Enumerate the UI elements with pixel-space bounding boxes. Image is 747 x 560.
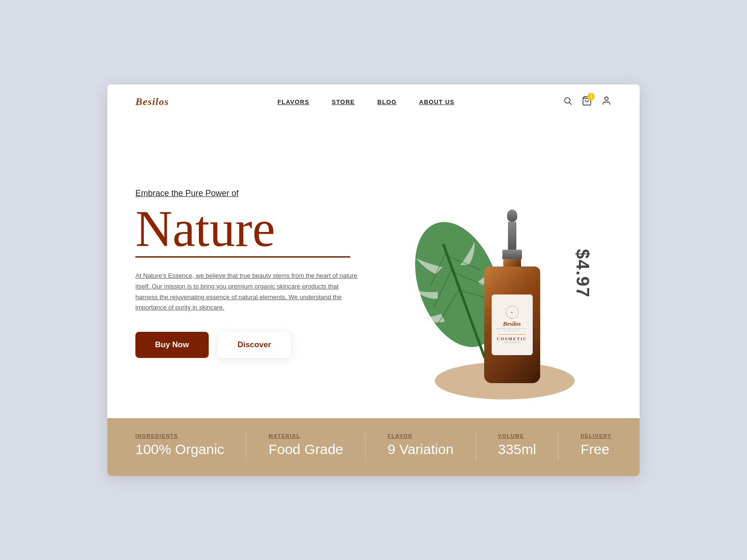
hero-description: At Nature's Essence, we believe that tru… — [135, 271, 359, 314]
stat-volume-value: 335ml — [498, 441, 536, 457]
stat-material-value: Food Grade — [268, 441, 343, 457]
bottle-rubber-top — [507, 210, 517, 222]
stat-flavor-value: 9 Variation — [388, 441, 453, 457]
stat-delivery-value: Free — [580, 441, 612, 457]
stats-bar: INGREDIENTS 100% Organic MATERIAL Food G… — [107, 418, 640, 476]
nav-item-about[interactable]: ABOUT US — [419, 98, 455, 106]
nav-item-blog[interactable]: BLOG — [377, 98, 397, 106]
stat-ingredients-value: 100% Organic — [135, 441, 224, 457]
navbar: Besilos FLAVORS STORE BLOG ABOUT US — [107, 84, 640, 119]
user-icon[interactable] — [601, 96, 612, 108]
bottle-logo-letter: B — [511, 311, 513, 314]
nav-icons: 2 — [563, 96, 612, 108]
svg-point-0 — [564, 98, 570, 103]
stat-divider-2 — [365, 433, 366, 461]
bottle-neck — [503, 259, 521, 266]
stat-flavor: FLAVOR 9 Variation — [388, 433, 453, 457]
discover-button[interactable]: Discover — [218, 332, 291, 358]
bottle-label: B Besilos PREMIUM COSMETIC 11 0376 02 CO… — [492, 294, 533, 355]
stat-material: MATERIAL Food Grade — [268, 433, 343, 457]
bottle-label-desc: BLEND MOCKIT — [504, 341, 520, 343]
stat-delivery: DELIVERY Free — [580, 433, 612, 457]
nav-links: FLAVORS STORE BLOG ABOUT US — [277, 98, 454, 106]
stat-delivery-label: DELIVERY — [580, 433, 612, 439]
nav-link-store[interactable]: STORE — [331, 98, 355, 105]
nav-link-flavors[interactable]: FLAVORS — [277, 98, 309, 105]
buy-now-button[interactable]: Buy Now — [135, 332, 209, 358]
stat-flavor-label: FLAVOR — [388, 433, 453, 439]
nav-item-flavors[interactable]: FLAVORS — [277, 98, 309, 106]
stat-material-label: MATERIAL — [268, 433, 343, 439]
bottle-label-divider — [498, 334, 526, 335]
cart-badge: 2 — [587, 93, 595, 100]
brand-logo[interactable]: Besilos — [135, 96, 169, 108]
bottle-cap — [502, 250, 522, 259]
hero-image-area: $4.97 — [397, 138, 612, 409]
hero-content: Embrace the Pure Power of Nature At Natu… — [135, 189, 397, 358]
product-bottle: B Besilos PREMIUM COSMETIC 11 0376 02 CO… — [475, 210, 550, 383]
bottle-label-type: COSMETIC — [497, 336, 527, 341]
hero-tagline: Embrace the Pure Power of — [135, 189, 379, 198]
bottle-body: B Besilos PREMIUM COSMETIC 11 0376 02 CO… — [484, 266, 540, 383]
page-wrapper: Besilos FLAVORS STORE BLOG ABOUT US — [107, 84, 640, 476]
hero-section: Embrace the Pure Power of Nature At Natu… — [107, 119, 640, 418]
bottle-logo-circle: B — [506, 306, 519, 319]
cart-icon[interactable]: 2 — [582, 96, 592, 108]
stat-ingredients: INGREDIENTS 100% Organic — [135, 433, 224, 457]
nav-link-about[interactable]: ABOUT US — [419, 98, 455, 105]
bottle-label-brand-name: Besilos — [503, 320, 521, 328]
svg-line-1 — [570, 102, 572, 105]
stat-ingredients-label: INGREDIENTS — [135, 433, 224, 439]
hero-buttons: Buy Now Discover — [135, 332, 379, 358]
stat-divider-4 — [558, 433, 558, 461]
hero-title: Nature — [135, 203, 379, 254]
search-icon[interactable] — [563, 96, 572, 108]
stat-divider-3 — [476, 433, 476, 461]
stat-divider-1 — [246, 433, 247, 461]
bottle-dropper-tube — [508, 222, 516, 250]
nav-link-blog[interactable]: BLOG — [377, 98, 397, 105]
bottle-label-sku: 11 0376 02 — [504, 330, 519, 332]
product-price: $4.97 — [572, 249, 592, 298]
stat-volume-label: VOLUME — [498, 433, 536, 439]
nav-item-store[interactable]: STORE — [331, 98, 355, 106]
svg-point-3 — [605, 97, 608, 100]
stat-volume: VOLUME 335ml — [498, 433, 536, 457]
